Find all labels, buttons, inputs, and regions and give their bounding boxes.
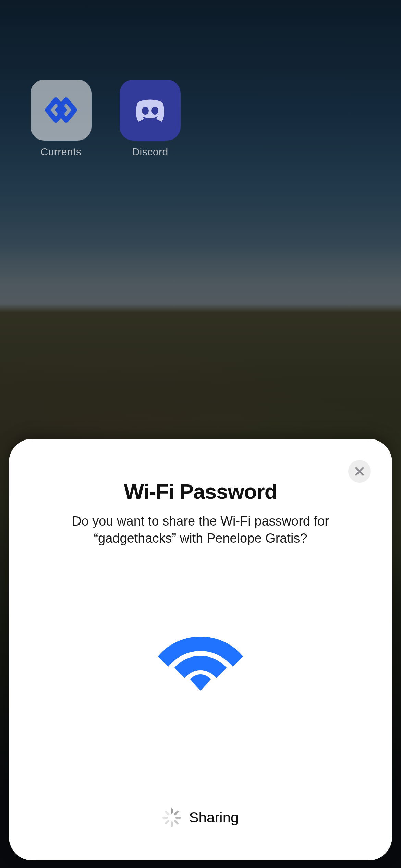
sheet-title: Wi-Fi Password [124, 479, 277, 504]
close-icon [354, 466, 365, 477]
app-currents[interactable]: Currents [30, 80, 92, 158]
wifi-password-sheet: Wi-Fi Password Do you want to share the … [9, 439, 392, 860]
app-label: Currents [40, 146, 81, 158]
sheet-subtitle: Do you want to share the Wi-Fi password … [60, 513, 341, 547]
discord-icon [120, 80, 181, 141]
sharing-status: Sharing [9, 808, 392, 827]
close-button[interactable] [348, 460, 371, 483]
sharing-status-label: Sharing [189, 809, 239, 826]
home-screen-apps: Currents Discord [30, 80, 181, 158]
svg-point-1 [151, 107, 158, 115]
svg-point-0 [142, 107, 149, 115]
currents-icon [31, 80, 92, 141]
app-label: Discord [132, 146, 168, 158]
spinner-icon [162, 808, 181, 827]
app-discord[interactable]: Discord [119, 80, 181, 158]
wifi-icon [156, 623, 245, 693]
